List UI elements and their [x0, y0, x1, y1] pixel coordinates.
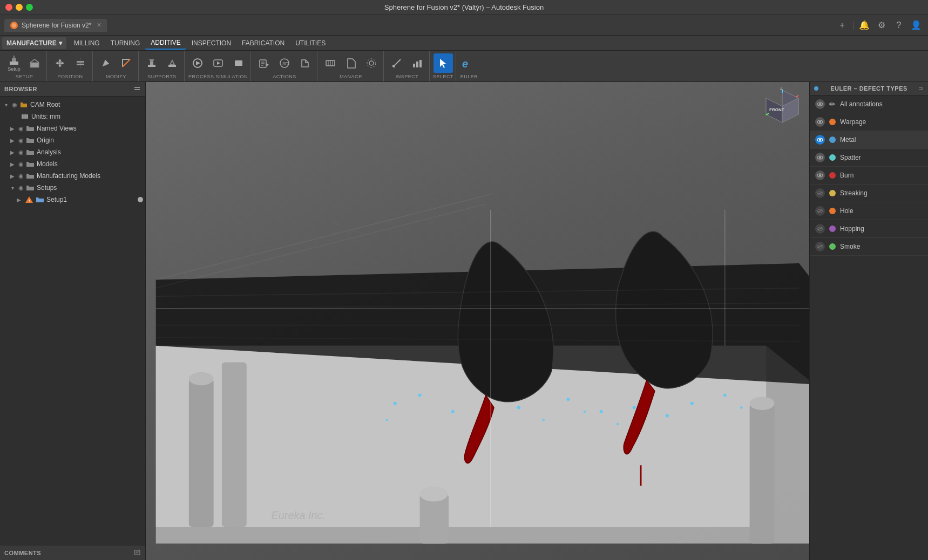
viewcube[interactable]: Z FRONT — [761, 87, 804, 131]
defect-hopping[interactable]: Hopping — [810, 220, 928, 238]
close-button[interactable] — [5, 4, 12, 11]
menu-turning[interactable]: TURNING — [105, 37, 146, 49]
menu-utilities[interactable]: UTILITIES — [290, 37, 331, 49]
support-icon — [146, 57, 158, 69]
svg-line-6 — [30, 59, 35, 63]
svg-point-59 — [394, 402, 397, 405]
account-button[interactable]: 👤 — [909, 18, 924, 33]
defect-hole[interactable]: Hole — [810, 202, 928, 220]
manage-settings-icon — [365, 57, 377, 69]
panel-indicator — [814, 86, 818, 91]
sidebar-collapse-icon[interactable] — [133, 85, 141, 93]
help-button[interactable]: ? — [891, 18, 906, 33]
metal-label: Metal — [840, 136, 856, 144]
modify-icon — [100, 57, 112, 69]
eye-icon — [817, 102, 823, 106]
spatter-eye — [815, 153, 825, 162]
sidebar-tree: ▾ ◉ CAM Root Units: mm — [0, 97, 145, 545]
play-button[interactable] — [208, 53, 228, 73]
tree-item-manufacturing-models[interactable]: ▶ ◉ Manufacturing Models — [0, 170, 145, 182]
document-button[interactable] — [341, 53, 361, 73]
tree-item-analysis[interactable]: ▶ ◉ Analysis — [0, 146, 145, 158]
modify-group-label: MODIFY — [106, 74, 126, 79]
chamfer-button[interactable] — [117, 53, 136, 73]
modify-group: MODIFY — [94, 51, 139, 81]
active-tab[interactable]: Spherene for Fusion v2* ✕ — [4, 19, 107, 32]
manufacture-dropdown[interactable]: MANUFACTURE ▾ — [2, 37, 66, 49]
workpiece-button[interactable] — [25, 53, 44, 73]
add-tab-button[interactable]: + — [835, 18, 850, 33]
shop-button[interactable]: 3D — [275, 53, 294, 73]
defect-warpage[interactable]: Warpage — [810, 113, 928, 131]
tree-item-models[interactable]: ▶ ◉ Models — [0, 158, 145, 170]
manage-settings-button[interactable] — [362, 53, 381, 73]
select-button[interactable] — [433, 53, 453, 73]
eye-closed-icon — [817, 191, 823, 195]
export-button[interactable] — [295, 53, 315, 73]
svg-point-73 — [740, 406, 743, 409]
defect-all-annotations[interactable]: ✏ All annotations — [810, 95, 928, 113]
euler-button[interactable]: e — [459, 53, 479, 73]
menu-fabrication[interactable]: FABRICATION — [236, 37, 290, 49]
menu-milling[interactable]: MILLING — [69, 37, 105, 49]
svg-point-63 — [566, 398, 570, 401]
measure-icon — [391, 57, 403, 69]
burn-eye — [815, 170, 825, 180]
svg-line-89 — [796, 95, 798, 97]
svg-line-104 — [818, 210, 822, 212]
support2-button[interactable] — [162, 53, 182, 73]
settings-button[interactable]: ⚙ — [874, 18, 889, 33]
setups-folder-icon — [26, 183, 35, 192]
tree-item-units[interactable]: Units: mm — [0, 111, 145, 122]
dropdown-arrow: ▾ — [59, 39, 62, 47]
measure-button[interactable] — [387, 53, 407, 73]
play-icon — [212, 57, 224, 69]
eye-closed-icon — [817, 227, 823, 231]
defect-smoke[interactable]: Smoke — [810, 238, 928, 256]
tree-item-named-views[interactable]: ▶ ◉ Named Views — [0, 122, 145, 134]
stop-button[interactable] — [229, 53, 248, 73]
units-label: Units: mm — [31, 113, 143, 120]
panel-collapse-icon[interactable] — [917, 85, 924, 92]
defect-spatter[interactable]: Spatter — [810, 149, 928, 167]
defect-burn[interactable]: Burn — [810, 167, 928, 185]
svg-point-67 — [690, 402, 694, 405]
supports-group: SUPPORTS — [140, 51, 185, 81]
svg-point-29 — [369, 61, 374, 65]
menu-additive[interactable]: ADDITIVE — [145, 37, 186, 50]
euler-group: e EULER — [457, 51, 481, 81]
smoke-eye — [815, 242, 825, 251]
tree-item-cam-root[interactable]: ▾ ◉ CAM Root — [0, 99, 145, 111]
svg-rect-36 — [419, 60, 422, 67]
tree-item-origin[interactable]: ▶ ◉ Origin — [0, 134, 145, 146]
modify-button[interactable] — [96, 53, 116, 73]
3d-viewport[interactable]: Eureka Inc. Z FRONT — [146, 82, 809, 560]
svg-text:FRONT: FRONT — [769, 107, 784, 112]
setup-button[interactable]: Setup — [4, 53, 24, 73]
post-button[interactable] — [254, 53, 274, 73]
warpage-eye — [815, 117, 825, 127]
support-button[interactable] — [142, 53, 161, 73]
notification-button[interactable]: 🔔 — [857, 18, 872, 33]
tab-close-button[interactable]: ✕ — [97, 22, 101, 29]
defect-streaking[interactable]: Streaking — [810, 185, 928, 202]
svg-point-95 — [819, 121, 821, 123]
workpiece-icon — [29, 57, 40, 69]
minimize-button[interactable] — [16, 4, 23, 11]
maximize-button[interactable] — [26, 4, 33, 11]
simulate-button[interactable] — [188, 53, 207, 73]
burn-label: Burn — [840, 172, 854, 179]
tree-item-setups[interactable]: ▾ ◉ Setups — [0, 182, 145, 194]
main-toolbar: Setup SETUP — [0, 51, 928, 82]
analysis-button[interactable] — [408, 53, 427, 73]
tree-item-setup1[interactable]: ▶ ! Setup1 — [0, 194, 145, 206]
align-button[interactable] — [71, 53, 90, 73]
tool-library-button[interactable] — [321, 53, 340, 73]
menu-inspection[interactable]: INSPECTION — [186, 37, 236, 49]
defect-metal[interactable]: Metal — [810, 131, 928, 149]
position-button[interactable] — [50, 53, 70, 73]
select-group-label: SELECT — [433, 74, 453, 79]
analysis-icon — [411, 57, 423, 69]
inspect-group-label: INSPECT — [396, 74, 419, 79]
setup1-indicator — [138, 197, 143, 202]
